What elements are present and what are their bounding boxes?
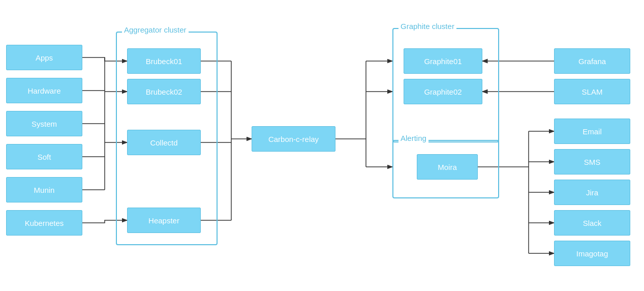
munin-node[interactable]: Munin	[6, 177, 82, 202]
soft-node[interactable]: Soft	[6, 144, 82, 169]
slack-node[interactable]: Slack	[554, 210, 630, 236]
apps-node[interactable]: Apps	[6, 45, 82, 70]
hardware-node[interactable]: Hardware	[6, 78, 82, 103]
graphite02-node[interactable]: Graphite02	[404, 79, 482, 104]
brubeck02-node[interactable]: Brubeck02	[127, 79, 201, 104]
moira-node[interactable]: Moira	[417, 154, 478, 180]
system-node[interactable]: System	[6, 111, 82, 136]
sms-node[interactable]: SMS	[554, 149, 630, 174]
brubeck01-node[interactable]: Brubeck01	[127, 48, 201, 74]
aggregator-cluster-label: Aggregator cluster	[122, 25, 189, 34]
grafana-node[interactable]: Grafana	[554, 48, 630, 74]
jira-node[interactable]: Jira	[554, 180, 630, 205]
diagram: Aggregator cluster Graphite cluster Aler…	[0, 0, 644, 291]
email-node[interactable]: Email	[554, 119, 630, 144]
kubernetes-node[interactable]: Kubernetes	[6, 210, 82, 236]
alerting-cluster-label: Alerting	[398, 134, 428, 142]
imagotag-node[interactable]: Imagotag	[554, 241, 630, 266]
graphite-cluster-label: Graphite cluster	[398, 22, 456, 31]
collectd-node[interactable]: Collectd	[127, 130, 201, 155]
carbon-c-relay-node[interactable]: Carbon-c-relay	[252, 126, 335, 152]
slam-node[interactable]: SLAM	[554, 79, 630, 104]
graphite01-node[interactable]: Graphite01	[404, 48, 482, 74]
heapster-node[interactable]: Heapster	[127, 208, 201, 233]
